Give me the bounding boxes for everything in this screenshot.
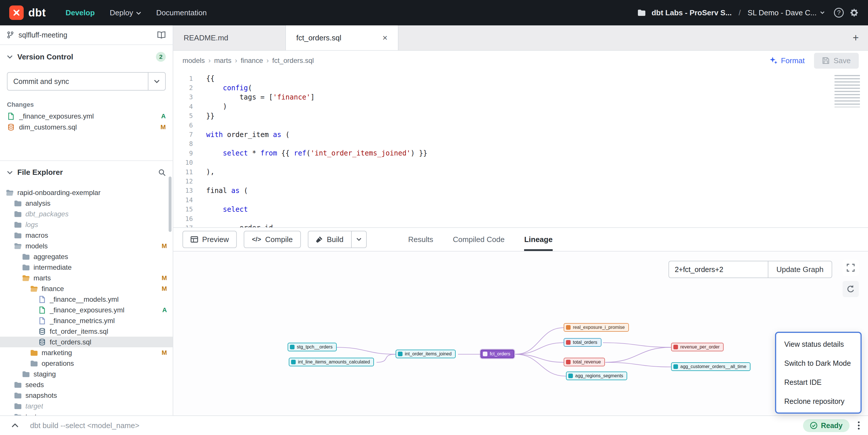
tab-fct_orders.sql[interactable]: fct_orders.sql× (286, 25, 399, 50)
code-text: {{ (206, 74, 215, 82)
compile-button[interactable]: </>Compile (244, 231, 301, 248)
lineage-selector-input[interactable] (669, 261, 768, 278)
file-tree-item[interactable]: modelsM (0, 241, 173, 251)
file-tree-item[interactable]: fct_order_items.sql (0, 326, 173, 337)
tab-README.md[interactable]: README.md (173, 25, 286, 50)
sidebar-scrollbar[interactable] (168, 176, 172, 232)
menu-item-switch-to-dark-mode[interactable]: Switch to Dark Mode (776, 354, 861, 373)
lineage-node-fct_orders[interactable]: fct_orders (480, 349, 514, 358)
account-separator: / (739, 8, 741, 17)
breadcrumb-fct_orders.sql[interactable]: fct_orders.sql (272, 57, 314, 65)
account-name[interactable]: dbt Labs - ProServ S... (651, 8, 732, 17)
menu-item-restart-ide[interactable]: Restart IDE (776, 373, 861, 392)
file-explorer-section: File Explorer rapid-onboarding-exemplara… (0, 160, 173, 415)
lineage-node-agg_regions_segments[interactable]: agg_regions_segments (566, 372, 627, 380)
file-tree-item[interactable]: snapshots (0, 390, 173, 401)
node-label: agg_regions_segments (575, 373, 623, 378)
code-line: 16 (173, 214, 868, 223)
lineage-node-int_line_items_amounts_calculated[interactable]: int_line_items_amounts_calculated (289, 358, 374, 366)
close-tab-icon[interactable]: × (382, 33, 388, 43)
changes-count-badge: 2 (156, 52, 166, 62)
lineage-node-real_exposure_i_promise[interactable]: real_exposure_i_promise (564, 323, 629, 332)
line-number: 11 (173, 168, 193, 176)
file-tree-item[interactable]: intermediate (0, 262, 173, 273)
file-tree-item[interactable]: operations (0, 358, 173, 369)
command-bar: dbt build --select <model_name> Ready (0, 415, 868, 435)
file-tree-item[interactable]: _finance_exposures.ymlA (0, 305, 173, 315)
gear-icon[interactable] (849, 8, 859, 17)
lineage-node-int_order_items_joined[interactable]: int_order_items_joined (396, 349, 456, 358)
help-icon[interactable]: ? (834, 8, 844, 18)
preview-button[interactable]: Preview (183, 231, 237, 248)
expand-command-bar-button[interactable] (8, 419, 22, 432)
file-tree-item[interactable]: seeds (0, 379, 173, 390)
command-input[interactable]: dbt build --select <model_name> (30, 421, 140, 430)
fullscreen-button[interactable] (843, 260, 859, 276)
lineage-node-total_orders[interactable]: total_orders (564, 338, 601, 347)
file-tree-item[interactable]: martsM (0, 273, 173, 283)
nav-documentation[interactable]: Documentation (156, 8, 207, 17)
docs-book-icon[interactable] (157, 31, 166, 39)
branch-row[interactable]: sqlfluff-meeting (0, 25, 173, 45)
nav-deploy[interactable]: Deploy (110, 8, 141, 17)
breadcrumb-marts[interactable]: marts (214, 57, 231, 65)
panel-tab-results[interactable]: Results (408, 228, 433, 251)
file-explorer-header[interactable]: File Explorer (0, 161, 173, 181)
code-editor[interactable]: 1{{2 config(3 tags = ['finance']4 )5}}67… (173, 70, 868, 227)
menu-item-view-status-details[interactable]: View status details (776, 335, 861, 354)
git-branch-icon (7, 31, 14, 39)
search-icon[interactable] (158, 169, 166, 176)
breadcrumb-finance[interactable]: finance (241, 57, 263, 65)
line-number: 10 (173, 159, 193, 166)
line-number: 6 (173, 122, 193, 129)
save-button[interactable]: Save (814, 53, 859, 69)
file-tree-item[interactable]: dbt_packages (0, 208, 173, 219)
file-tree-item[interactable]: target (0, 401, 173, 411)
menu-item-reclone-repository[interactable]: Reclone repository (776, 392, 861, 411)
breadcrumb-models[interactable]: models (183, 57, 205, 65)
build-options-button[interactable] (352, 231, 367, 248)
status-badge[interactable]: Ready (803, 419, 849, 432)
lineage-node-stg_tpch__orders[interactable]: stg_tpch__orders (288, 343, 337, 352)
kebab-menu-icon[interactable] (858, 421, 860, 430)
reset-graph-button[interactable] (843, 281, 859, 297)
nav-develop[interactable]: Develop (66, 8, 95, 17)
file-tree-item[interactable]: fct_orders.sql (0, 337, 173, 347)
commit-options-button[interactable] (148, 73, 165, 90)
logo-text: dbt (28, 7, 46, 19)
file-tree-item[interactable]: _finance__models.yml (0, 294, 173, 305)
update-graph-button[interactable]: Update Graph (768, 261, 832, 278)
lineage-node-revenue_per_order[interactable]: revenue_per_order (671, 343, 724, 352)
file-tree-item[interactable]: analysis (0, 198, 173, 208)
file-name: dbt_packages (25, 210, 68, 218)
changed-file-item[interactable]: _finance_exposures.ymlA (0, 111, 173, 122)
folder-icon (14, 381, 22, 388)
code-line: 7with order_item as ( (173, 130, 868, 139)
file-tree-item[interactable]: staging (0, 369, 173, 379)
folder-icon (14, 222, 22, 228)
changed-file-item[interactable]: dim_customers.sqlM (0, 122, 173, 133)
line-number: 9 (173, 150, 193, 157)
editor-minimap[interactable] (835, 75, 860, 107)
file-tree-item[interactable]: marketingM (0, 347, 173, 358)
file-tree-item[interactable]: tests (0, 411, 173, 415)
file-tree-item[interactable]: financeM (0, 283, 173, 294)
build-button[interactable]: Build (308, 231, 352, 248)
file-tree-item[interactable]: rapid-onboarding-exemplar (0, 187, 173, 198)
panel-tab-compiled-code[interactable]: Compiled Code (453, 228, 504, 251)
project-selector[interactable]: SL Demo - Dave C... (748, 8, 825, 17)
new-tab-button[interactable]: + (843, 32, 868, 44)
panel-tab-lineage[interactable]: Lineage (524, 228, 552, 251)
file-tree-item[interactable]: logs (0, 219, 173, 230)
file-tree-item[interactable]: _finance_metrics.yml (0, 315, 173, 326)
lineage-node-agg_customer_orders__all_time[interactable]: agg_customer_orders__all_time (671, 362, 750, 371)
file-tree-item[interactable]: macros (0, 230, 173, 241)
file-tree-item[interactable]: aggregates (0, 251, 173, 262)
lineage-node-total_revenue[interactable]: total_revenue (564, 358, 605, 366)
commit-and-sync-button[interactable]: Commit and sync (7, 73, 148, 90)
file-name: _finance__models.yml (50, 295, 119, 303)
dbt-logo[interactable]: dbt (9, 5, 46, 20)
version-control-header[interactable]: Version Control 2 (0, 45, 173, 66)
format-button[interactable]: Format (770, 56, 804, 65)
file-yml-icon (38, 317, 46, 325)
